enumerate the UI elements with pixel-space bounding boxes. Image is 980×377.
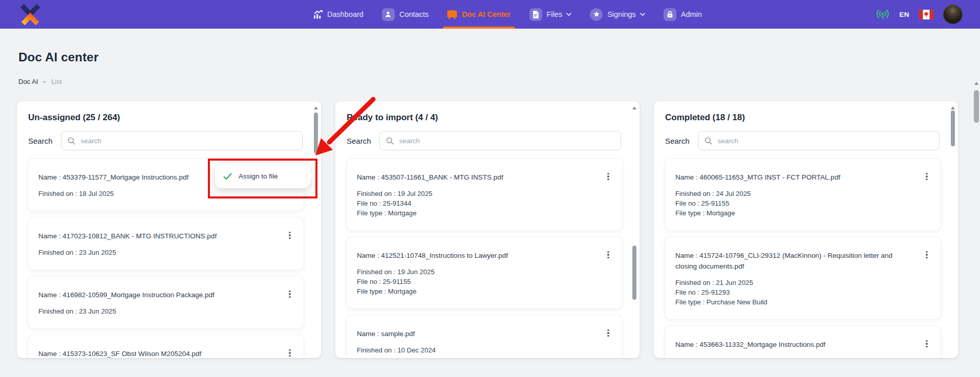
doc-card[interactable]: Name : 416982-10599_Mortgage Instruction…	[28, 276, 304, 328]
kanban-columns: Un-assigned (25 / 264) Search Name : 453…	[17, 101, 958, 358]
breadcrumb: Doc AI List	[18, 78, 62, 85]
top-navbar: DashboardContactsDoc AI CenterFilesSigni…	[0, 0, 980, 29]
card-menu-button[interactable]	[285, 289, 294, 300]
nav-item-signings[interactable]: Signings	[590, 0, 645, 29]
panel-un-assigned: Un-assigned (25 / 264) Search Name : 453…	[17, 101, 321, 358]
column-title: Ready to import (4 / 4)	[347, 113, 628, 123]
doc-card[interactable]: Name : 453663-11332_Mortgage Instruction…	[665, 326, 941, 358]
doc-card[interactable]: Name : 415373-10623_SF Obst Wilson M2052…	[28, 335, 304, 358]
card-menu-button[interactable]	[604, 171, 613, 182]
search-box[interactable]	[61, 131, 303, 150]
nav-item-label: Doc AI Center	[462, 10, 510, 18]
doc-card[interactable]: Name : 412521-10748_Instructions to Lawy…	[347, 237, 622, 308]
doc-card[interactable]: Name : sample.pdf Finished on : 10 Dec 2…	[347, 315, 622, 358]
card-menu-button[interactable]	[285, 230, 294, 241]
doc-meta-line: File no : 25-91344	[357, 198, 612, 208]
panel-scrollbar[interactable]	[950, 106, 955, 353]
scroll-up-icon[interactable]	[951, 106, 955, 109]
page-scrollbar-thumb[interactable]	[974, 90, 979, 123]
panel-scrollbar[interactable]	[632, 106, 637, 353]
navbar-right: EN	[876, 0, 963, 29]
nav-item-label: Contacts	[399, 10, 429, 18]
nav-item-admin[interactable]: Admin	[664, 0, 702, 29]
doc-name: Name : 412521-10748_Instructions to Lawy…	[357, 250, 612, 261]
doc-card[interactable]: Name : 460065-11653_MTG INST - FCT PORTA…	[665, 159, 941, 230]
card-menu-button[interactable]	[285, 347, 294, 358]
doc-meta-line: File type : Purchase New Build	[675, 297, 930, 307]
page-title: Doc AI center	[18, 49, 98, 65]
card-menu-button[interactable]	[604, 249, 613, 260]
panel-scrollbar-thumb[interactable]	[951, 110, 955, 146]
doc-card[interactable]: Name : 453507-11661_BANK - MTG INSTS.pdf…	[347, 159, 622, 230]
doc-meta-line: Finished on : 23 Jun 2025	[38, 306, 293, 316]
doc-meta-line: File type : Mortgage	[357, 208, 612, 218]
nav-item-label: Admin	[681, 10, 702, 18]
doc-meta-line: File no : 25-91155	[675, 198, 930, 208]
nav-item-doc-ai-center[interactable]: Doc AI Center	[447, 0, 510, 29]
chevron-down-icon	[640, 13, 645, 16]
search-label: Search	[28, 137, 53, 145]
doc-name: Name : 416982-10599_Mortgage Instruction…	[38, 290, 293, 300]
card-list: Name : 460065-11653_MTG INST - FCT PORTA…	[665, 159, 947, 358]
search-box[interactable]	[698, 131, 940, 150]
panel-scrollbar[interactable]	[313, 106, 318, 353]
page-scrollbar[interactable]	[973, 82, 979, 359]
breadcrumb-item-doc-ai[interactable]: Doc AI	[18, 78, 38, 85]
chart-icon	[313, 10, 323, 19]
search-input[interactable]	[80, 137, 296, 145]
panel-ready-to-import: Ready to import (4 / 4) Search Name : 45…	[335, 101, 640, 358]
star-icon	[590, 8, 603, 21]
search-row: Search	[347, 131, 628, 150]
doc-meta-line: Finished on : 19 Jun 2025	[357, 267, 612, 277]
breadcrumb-separator	[44, 81, 46, 83]
language-label[interactable]: EN	[899, 11, 909, 18]
board-icon	[447, 10, 457, 19]
chevron-down-icon	[566, 13, 571, 16]
search-icon	[386, 137, 394, 145]
doc-name: Name : 453663-11332_Mortgage Instruction…	[675, 339, 930, 350]
card-list: Name : 453507-11661_BANK - MTG INSTS.pdf…	[347, 159, 628, 358]
card-menu-button[interactable]	[604, 327, 613, 339]
broadcast-icon[interactable]	[876, 9, 889, 20]
scroll-up-icon[interactable]	[974, 82, 978, 85]
doc-meta-line: File type : Mortgage	[675, 208, 930, 218]
scroll-up-icon[interactable]	[314, 106, 318, 109]
doc-name: Name : 460065-11653_MTG INST - FCT PORTA…	[675, 172, 930, 183]
search-input[interactable]	[717, 137, 933, 145]
nav-item-contacts[interactable]: Contacts	[382, 0, 429, 29]
doc-name: Name : 453507-11661_BANK - MTG INSTS.pdf	[357, 172, 612, 183]
search-input[interactable]	[398, 137, 614, 145]
nav-item-label: Files	[547, 10, 563, 18]
doc-name: Name : 417023-10812_BANK - MTG INSTRUCTI…	[38, 231, 293, 241]
nav-item-files[interactable]: Files	[529, 0, 572, 29]
breadcrumb-item-list: List	[51, 78, 61, 85]
doc-meta-line: File type : Mortgage	[357, 286, 612, 296]
nav-item-dashboard[interactable]: Dashboard	[313, 0, 364, 29]
doc-meta-line: Finished on : 23 Jun 2025	[38, 248, 293, 257]
column-title: Completed (18 / 18)	[665, 113, 947, 123]
doc-meta-line: Finished on : 19 Jul 2025	[357, 189, 612, 198]
search-label: Search	[665, 137, 690, 145]
doc-card[interactable]: Name : 417023-10812_BANK - MTG INSTRUCTI…	[28, 217, 304, 270]
doc-name: Name : 415724-10796_CLI-29312 (MacKinnon…	[675, 250, 930, 272]
nav-item-label: Signings	[607, 10, 636, 18]
search-label: Search	[347, 137, 371, 145]
panel-scrollbar-thumb[interactable]	[314, 113, 318, 153]
card-menu-button[interactable]	[922, 338, 931, 349]
search-box[interactable]	[379, 131, 621, 150]
scroll-up-icon[interactable]	[632, 106, 636, 109]
search-icon	[68, 137, 75, 145]
panel-completed: Completed (18 / 18) Search Name : 460065…	[654, 101, 958, 358]
card-menu-button[interactable]	[922, 171, 931, 182]
search-row: Search	[665, 131, 947, 150]
user-avatar[interactable]	[943, 5, 963, 24]
card-menu-button[interactable]	[922, 249, 931, 260]
panel-scrollbar-thumb[interactable]	[632, 246, 636, 300]
doc-meta-line: Finished on : 21 Jun 2025	[675, 278, 930, 287]
doc-card[interactable]: Name : 415724-10796_CLI-29312 (MacKinnon…	[665, 237, 941, 319]
app-logo[interactable]	[18, 4, 42, 25]
column-title: Un-assigned (25 / 264)	[28, 113, 310, 123]
doc-meta-line: File no : 25-91155	[357, 277, 612, 286]
person-icon	[382, 8, 395, 21]
nav-item-label: Dashboard	[327, 10, 364, 18]
